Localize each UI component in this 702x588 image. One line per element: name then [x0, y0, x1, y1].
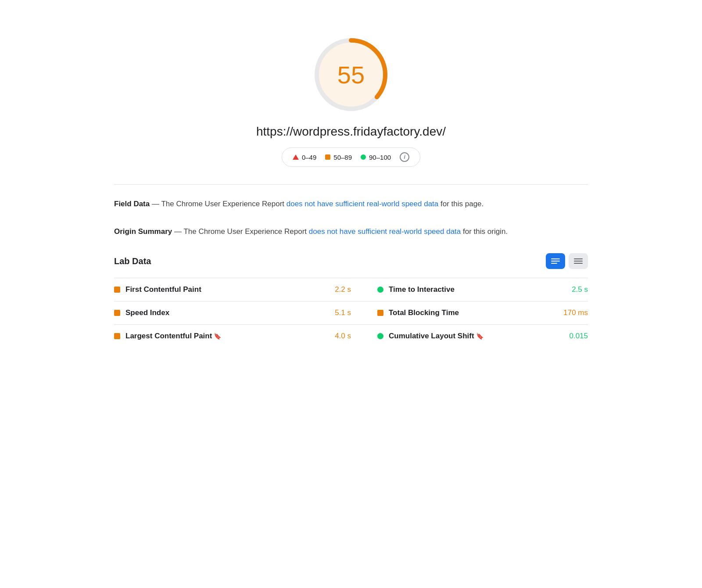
needs-improvement-icon	[325, 154, 330, 160]
score-url: https://wordpress.fridayfactory.dev/	[256, 125, 446, 139]
field-data-label: Field Data	[114, 200, 150, 208]
list-line-1	[574, 258, 583, 259]
si-indicator	[114, 310, 120, 316]
fcp-value: 2.2 s	[335, 285, 351, 294]
origin-summary-label: Origin Summary	[114, 227, 172, 236]
tti-name: Time to Interactive	[389, 285, 566, 294]
metric-row-cls: Cumulative Layout Shift🔖 0.015	[351, 324, 588, 348]
info-button[interactable]: i	[400, 152, 409, 162]
list-icon	[574, 258, 583, 264]
score-value: 55	[337, 61, 365, 89]
lab-data-section: Lab Data	[114, 253, 588, 348]
needs-improvement-label: 50–89	[333, 154, 352, 161]
fcp-indicator	[114, 287, 120, 293]
cls-indicator	[377, 333, 383, 339]
list-view-button[interactable]	[569, 253, 588, 269]
metric-row-si: Speed Index 5.1 s	[114, 301, 351, 324]
lcp-value: 4.0 s	[335, 332, 351, 341]
origin-summary-dash: —	[174, 227, 183, 236]
poor-label: 0–49	[302, 154, 316, 161]
grid-line-2	[551, 261, 560, 262]
grid-icon	[551, 258, 560, 264]
list-line-3	[574, 263, 583, 264]
cls-value: 0.015	[569, 332, 588, 341]
lab-data-title: Lab Data	[114, 256, 151, 266]
origin-summary-section: Origin Summary — The Chrome User Experie…	[114, 226, 588, 237]
bookmark-icon: 🔖	[476, 333, 484, 340]
legend-needs-improvement: 50–89	[325, 154, 352, 161]
metric-row-tbt: Total Blocking Time 170 ms	[351, 301, 588, 324]
lcp-indicator	[114, 333, 120, 339]
tti-value: 2.5 s	[572, 285, 588, 294]
list-line-2	[574, 261, 583, 262]
metrics-grid: First Contentful Paint 2.2 s Time to Int…	[114, 278, 588, 348]
score-section: 55 https://wordpress.fridayfactory.dev/ …	[114, 18, 588, 180]
page-wrapper: 55 https://wordpress.fridayfactory.dev/ …	[88, 0, 614, 365]
field-data-prefix: The Chrome User Experience Report	[161, 200, 286, 208]
field-data-section: Field Data — The Chrome User Experience …	[114, 198, 588, 210]
bookmark-icon: 🔖	[214, 333, 221, 340]
legend-poor: 0–49	[293, 154, 316, 161]
view-controls	[546, 253, 588, 269]
origin-summary-link[interactable]: does not have sufficient real-world spee…	[309, 227, 461, 236]
metric-row-tti: Time to Interactive 2.5 s	[351, 278, 588, 301]
grid-line-3	[551, 263, 557, 264]
tbt-indicator	[377, 310, 383, 316]
origin-summary-prefix: The Chrome User Experience Report	[183, 227, 308, 236]
score-circle: 55	[312, 35, 390, 114]
origin-summary-suffix: for this origin.	[461, 227, 508, 236]
si-name: Speed Index	[125, 308, 330, 317]
poor-icon	[293, 154, 299, 160]
field-data-link[interactable]: does not have sufficient real-world spee…	[287, 200, 439, 208]
grid-view-button[interactable]	[546, 253, 565, 269]
legend-good: 90–100	[361, 154, 391, 161]
si-value: 5.1 s	[335, 308, 351, 317]
lab-data-header: Lab Data	[114, 253, 588, 269]
metric-row-lcp: Largest Contentful Paint🔖 4.0 s	[114, 324, 351, 348]
metric-row-fcp: First Contentful Paint 2.2 s	[114, 278, 351, 301]
field-data-suffix: for this page.	[438, 200, 484, 208]
tbt-value: 170 ms	[563, 308, 588, 317]
score-legend: 0–49 50–89 90–100 i	[282, 147, 420, 167]
lcp-name: Largest Contentful Paint🔖	[125, 332, 330, 341]
grid-line-1	[551, 258, 560, 259]
good-icon	[361, 154, 366, 160]
cls-name: Cumulative Layout Shift🔖	[389, 332, 564, 341]
tbt-name: Total Blocking Time	[389, 308, 558, 317]
field-data-text: Field Data — The Chrome User Experience …	[114, 198, 588, 210]
field-data-dash: —	[152, 200, 161, 208]
good-label: 90–100	[369, 154, 391, 161]
fcp-name: First Contentful Paint	[125, 285, 330, 294]
divider-top	[114, 184, 588, 185]
origin-summary-text: Origin Summary — The Chrome User Experie…	[114, 226, 588, 237]
tti-indicator	[377, 287, 383, 293]
